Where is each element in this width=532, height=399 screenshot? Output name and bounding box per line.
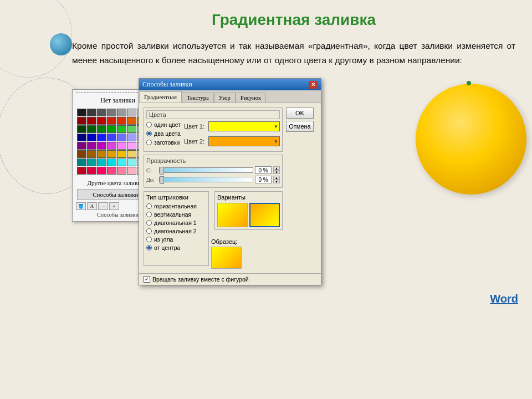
dialog-close-button[interactable]: ✕ bbox=[309, 81, 318, 89]
color-cell[interactable] bbox=[107, 117, 116, 125]
color-cell[interactable] bbox=[107, 158, 116, 166]
from-percent-input[interactable] bbox=[255, 166, 272, 174]
paint-bucket-icon[interactable]: 🪣 bbox=[76, 202, 86, 210]
hatch-d1-radio[interactable] bbox=[146, 220, 152, 226]
color2-dropdown[interactable]: ▼ bbox=[208, 136, 280, 146]
radio-presets[interactable]: заготовки bbox=[146, 139, 181, 146]
from-slider-thumb[interactable] bbox=[160, 167, 164, 175]
color-cell[interactable] bbox=[87, 150, 96, 158]
color-cell[interactable] bbox=[77, 134, 86, 141]
footer-checkbox-row: ✓ Вращать заливку вместе с фигурой bbox=[144, 276, 316, 283]
hatch-c-radio[interactable] bbox=[146, 237, 152, 242]
color-cell[interactable] bbox=[87, 142, 96, 150]
more-icon[interactable]: ≡ bbox=[109, 202, 119, 210]
color1-label: Цвет 1: bbox=[184, 123, 206, 130]
from-slider[interactable] bbox=[159, 167, 253, 173]
to-slider[interactable] bbox=[159, 177, 253, 182]
color-cell[interactable] bbox=[87, 125, 96, 133]
color-cell[interactable] bbox=[97, 167, 106, 175]
color-cell[interactable] bbox=[107, 125, 116, 133]
text-color-icon[interactable]: A bbox=[87, 202, 97, 210]
color-cell[interactable] bbox=[127, 158, 136, 166]
footer-checkbox[interactable]: ✓ bbox=[144, 276, 150, 283]
ok-button[interactable]: OK bbox=[286, 108, 314, 119]
from-slider-row: С: ▲ ▼ bbox=[146, 166, 280, 174]
color-cell[interactable] bbox=[117, 150, 126, 158]
hatch-v-radio[interactable] bbox=[146, 212, 152, 217]
color-cell[interactable] bbox=[117, 109, 126, 116]
tab-gradient[interactable]: Градиентная bbox=[139, 91, 182, 103]
radio-presets-circle[interactable] bbox=[146, 140, 152, 145]
color-cell[interactable] bbox=[97, 158, 106, 166]
color-cell[interactable] bbox=[77, 167, 86, 175]
color-cell[interactable] bbox=[77, 109, 86, 116]
hatch-d2-radio[interactable] bbox=[146, 228, 152, 234]
dialog-left-panel: Цвета один цвет два цвета bbox=[144, 108, 283, 269]
color-cell[interactable] bbox=[77, 125, 86, 133]
from-spin-up[interactable]: ▲ bbox=[273, 166, 280, 170]
color-cell[interactable] bbox=[117, 142, 126, 150]
color-cell[interactable] bbox=[87, 167, 96, 175]
color-cell[interactable] bbox=[117, 117, 126, 125]
dialog-right-panel: OK Отмена bbox=[286, 108, 316, 269]
color-cell[interactable] bbox=[117, 134, 126, 141]
color-cell[interactable] bbox=[127, 150, 136, 158]
variant-box-1[interactable] bbox=[217, 203, 248, 227]
color-cell[interactable] bbox=[127, 167, 136, 175]
color-cell[interactable] bbox=[87, 117, 96, 125]
radio-two-colors[interactable]: два цвета bbox=[146, 130, 181, 137]
color-cell[interactable] bbox=[107, 142, 116, 150]
radio-one-color-circle[interactable] bbox=[146, 122, 152, 127]
hatch-corner[interactable]: из угла bbox=[146, 236, 206, 243]
radio-two-colors-circle[interactable] bbox=[146, 131, 152, 136]
radio-one-color[interactable]: один цвет bbox=[146, 121, 181, 128]
color-cell[interactable] bbox=[127, 134, 136, 141]
to-slider-thumb[interactable] bbox=[160, 176, 164, 184]
to-spin-up[interactable]: ▲ bbox=[273, 176, 280, 180]
color-cell[interactable] bbox=[127, 125, 136, 133]
hatch-diagonal1[interactable]: диагональная 1 bbox=[146, 219, 206, 226]
from-spin-down[interactable]: ▼ bbox=[273, 170, 280, 174]
color1-dropdown[interactable]: ▼ bbox=[208, 121, 280, 131]
color-cell[interactable] bbox=[87, 134, 96, 141]
color-cell[interactable] bbox=[77, 142, 86, 150]
color-cell[interactable] bbox=[77, 150, 86, 158]
color-cell[interactable] bbox=[87, 158, 96, 166]
hatch-ctr-radio[interactable] bbox=[146, 245, 152, 250]
color-cell[interactable] bbox=[117, 158, 126, 166]
color-cell[interactable] bbox=[117, 167, 126, 175]
colors-section: Цвета один цвет два цвета bbox=[144, 108, 283, 152]
color-cell[interactable] bbox=[107, 134, 116, 141]
hatch-diagonal2[interactable]: диагональная 2 bbox=[146, 228, 206, 234]
word-label[interactable]: Word bbox=[490, 293, 518, 305]
color-cell[interactable] bbox=[117, 125, 126, 133]
to-spin-down[interactable]: ▼ bbox=[273, 180, 280, 183]
color-cell[interactable] bbox=[97, 150, 106, 158]
color-cell[interactable] bbox=[127, 109, 136, 116]
color-cell[interactable] bbox=[97, 125, 106, 133]
hatch-center[interactable]: от центра bbox=[146, 244, 206, 251]
color-cell[interactable] bbox=[97, 142, 106, 150]
color-cell[interactable] bbox=[87, 109, 96, 116]
hatch-h-radio[interactable] bbox=[146, 203, 152, 209]
color-cell[interactable] bbox=[107, 167, 116, 175]
tab-picture[interactable]: Рисунок bbox=[236, 93, 266, 103]
color-cell[interactable] bbox=[97, 117, 106, 125]
hatch-horizontal[interactable]: горизонтальная bbox=[146, 203, 206, 209]
cancel-button[interactable]: Отмена bbox=[286, 121, 314, 132]
color-fields: Цвет 1: ▼ Цвет 2: ▼ bbox=[184, 121, 280, 149]
color-cell[interactable] bbox=[97, 134, 106, 141]
color-cell[interactable] bbox=[107, 109, 116, 116]
color-cell[interactable] bbox=[107, 150, 116, 158]
line-color-icon[interactable]: — bbox=[98, 202, 108, 210]
tab-texture[interactable]: Текстура bbox=[182, 93, 214, 103]
variant-box-2[interactable] bbox=[249, 203, 280, 227]
color-cell[interactable] bbox=[127, 142, 136, 150]
hatch-vertical[interactable]: вертикальная bbox=[146, 211, 206, 218]
color-cell[interactable] bbox=[127, 117, 136, 125]
color-cell[interactable] bbox=[77, 158, 86, 166]
tab-pattern[interactable]: Узор bbox=[214, 93, 236, 103]
color-cell[interactable] bbox=[77, 117, 86, 125]
color-cell[interactable] bbox=[97, 109, 106, 116]
to-percent-input[interactable] bbox=[255, 176, 272, 183]
